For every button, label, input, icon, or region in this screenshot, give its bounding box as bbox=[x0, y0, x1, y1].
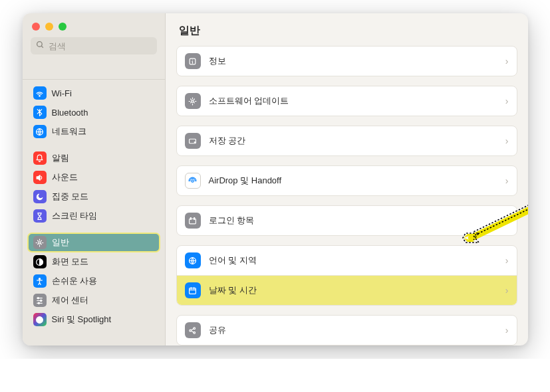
speaker-icon bbox=[33, 171, 47, 184]
fullscreen-button[interactable] bbox=[59, 23, 67, 31]
sidebar-item-focus[interactable]: 집중 모드 bbox=[28, 187, 160, 206]
search-field[interactable] bbox=[31, 37, 157, 54]
settings-row-label: 저장 공간 bbox=[209, 135, 497, 147]
share-icon bbox=[185, 322, 201, 338]
svg-rect-20 bbox=[190, 217, 191, 219]
sidebar-item-label: Wi-Fi bbox=[52, 88, 72, 98]
bt-icon bbox=[33, 106, 47, 119]
svg-point-12 bbox=[38, 302, 39, 304]
settings-row-label: AirDrop 및 Handoff bbox=[209, 175, 497, 187]
chevron-right-icon: › bbox=[505, 215, 509, 226]
sidebar-item-label: 손쉬운 사용 bbox=[52, 275, 98, 287]
svg-point-6 bbox=[39, 278, 40, 279]
info-icon bbox=[185, 53, 201, 69]
siri-icon bbox=[33, 313, 47, 326]
svg-point-17 bbox=[194, 142, 195, 142]
search-input[interactable] bbox=[49, 41, 160, 51]
svg-point-4 bbox=[39, 241, 41, 243]
gear-icon bbox=[185, 93, 201, 109]
settings-group: 로그인 항목› bbox=[176, 205, 517, 236]
user-account-row[interactable] bbox=[23, 61, 165, 80]
chevron-right-icon: › bbox=[505, 96, 509, 106]
search-icon bbox=[36, 40, 45, 52]
settings-group: 공유› bbox=[176, 315, 517, 345]
sidebar-item-sound[interactable]: 사운드 bbox=[28, 168, 160, 187]
sidebar-item-siri[interactable]: Siri 및 Spotlight bbox=[28, 310, 160, 329]
sidebar-item-label: 화면 모드 bbox=[52, 256, 89, 268]
sidebar-item-wifi[interactable]: Wi-Fi bbox=[28, 84, 160, 102]
sidebar-item-accessibility[interactable]: 손쉬운 사용 bbox=[28, 272, 160, 290]
moon-icon bbox=[33, 190, 47, 203]
settings-row-software-update[interactable]: 소프트웨어 업데이트› bbox=[177, 86, 517, 116]
content-area: 정보›소프트웨어 업데이트›저장 공간›AirDrop 및 Handoff›로그… bbox=[166, 46, 528, 345]
settings-group: 저장 공간› bbox=[176, 126, 517, 156]
sidebar-item-label: Bluetooth bbox=[52, 108, 88, 118]
settings-row-login-items[interactable]: 로그인 항목› bbox=[177, 206, 517, 235]
settings-row-label: 소프트웨어 업데이트 bbox=[209, 95, 497, 107]
settings-group: 소프트웨어 업데이트› bbox=[176, 86, 517, 116]
svg-line-1 bbox=[41, 46, 43, 48]
disk-icon bbox=[185, 133, 201, 149]
sidebar: Wi-FiBluetooth네트워크알림사운드집중 모드스크린 타임일반화면 모… bbox=[23, 13, 166, 345]
globe-icon bbox=[185, 252, 201, 268]
main-panel: 일반 정보›소프트웨어 업데이트›저장 공간›AirDrop 및 Handoff… bbox=[166, 13, 528, 345]
sidebar-item-label: 알림 bbox=[52, 152, 69, 164]
svg-point-18 bbox=[192, 179, 194, 181]
settings-row-label: 언어 및 지역 bbox=[209, 254, 497, 266]
settings-group: 정보› bbox=[176, 46, 517, 76]
settings-group: AirDrop 및 Handoff› bbox=[176, 165, 517, 196]
bell-icon bbox=[33, 151, 47, 165]
settings-row-label: 로그인 항목 bbox=[209, 215, 497, 227]
settings-window: Wi-FiBluetooth네트워크알림사운드집중 모드스크린 타임일반화면 모… bbox=[23, 13, 528, 345]
svg-point-10 bbox=[37, 297, 39, 298]
chevron-right-icon: › bbox=[505, 325, 509, 336]
page-title: 일반 bbox=[166, 13, 528, 46]
chevron-right-icon: › bbox=[505, 285, 509, 296]
sidebar-item-label: 네트워크 bbox=[52, 126, 86, 138]
sidebar-item-controlcenter[interactable]: 제어 센터 bbox=[28, 291, 160, 310]
sidebar-item-network[interactable]: 네트워크 bbox=[28, 122, 160, 141]
settings-row-datetime[interactable]: 날짜 및 시간› bbox=[177, 276, 517, 305]
sidebar-item-bluetooth[interactable]: Bluetooth bbox=[28, 103, 160, 122]
settings-row-storage[interactable]: 저장 공간› bbox=[177, 126, 517, 155]
sidebar-item-general[interactable]: 일반 bbox=[28, 233, 160, 252]
sidebar-nav: Wi-FiBluetooth네트워크알림사운드집중 모드스크린 타임일반화면 모… bbox=[23, 84, 165, 345]
svg-point-0 bbox=[37, 42, 42, 47]
gear-icon bbox=[33, 236, 47, 249]
svg-rect-23 bbox=[190, 288, 196, 294]
close-button[interactable] bbox=[32, 23, 40, 31]
search-container bbox=[23, 37, 165, 61]
settings-row-label: 정보 bbox=[209, 55, 497, 67]
access-icon bbox=[33, 274, 47, 288]
settings-row-label: 날짜 및 시간 bbox=[209, 284, 497, 296]
minimize-button[interactable] bbox=[45, 23, 53, 31]
sidebar-item-label: 제어 센터 bbox=[52, 294, 89, 306]
contrast-icon bbox=[33, 255, 47, 268]
settings-row-sharing[interactable]: 공유› bbox=[177, 316, 517, 345]
chevron-right-icon: › bbox=[505, 56, 509, 66]
svg-point-11 bbox=[41, 300, 42, 301]
svg-point-2 bbox=[39, 95, 41, 96]
airdrop-icon bbox=[185, 173, 201, 189]
sidebar-item-label: 일반 bbox=[52, 237, 69, 248]
svg-point-15 bbox=[192, 100, 194, 102]
sidebar-item-label: 스크린 타임 bbox=[52, 210, 98, 222]
sidebar-item-label: 사운드 bbox=[52, 171, 78, 183]
window-controls bbox=[23, 13, 165, 37]
settings-row-about[interactable]: 정보› bbox=[177, 47, 517, 76]
sidebar-item-label: 집중 모드 bbox=[52, 191, 89, 203]
hourglass-icon bbox=[33, 209, 47, 223]
sidebar-item-appearance[interactable]: 화면 모드 bbox=[28, 252, 160, 271]
settings-row-airdrop[interactable]: AirDrop 및 Handoff› bbox=[177, 166, 517, 195]
settings-row-label: 공유 bbox=[209, 324, 497, 336]
chevron-right-icon: › bbox=[505, 136, 509, 146]
chevron-right-icon: › bbox=[505, 255, 509, 266]
svg-point-13 bbox=[37, 316, 43, 323]
chevron-right-icon: › bbox=[505, 175, 509, 186]
globe-icon bbox=[33, 125, 47, 138]
settings-group: 언어 및 지역›날짜 및 시간› bbox=[176, 245, 517, 306]
sidebar-item-notifications[interactable]: 알림 bbox=[28, 149, 160, 167]
sidebar-item-screentime[interactable]: 스크린 타임 bbox=[28, 207, 160, 225]
settings-row-language[interactable]: 언어 및 지역› bbox=[177, 246, 517, 276]
wifi-icon bbox=[33, 86, 47, 100]
